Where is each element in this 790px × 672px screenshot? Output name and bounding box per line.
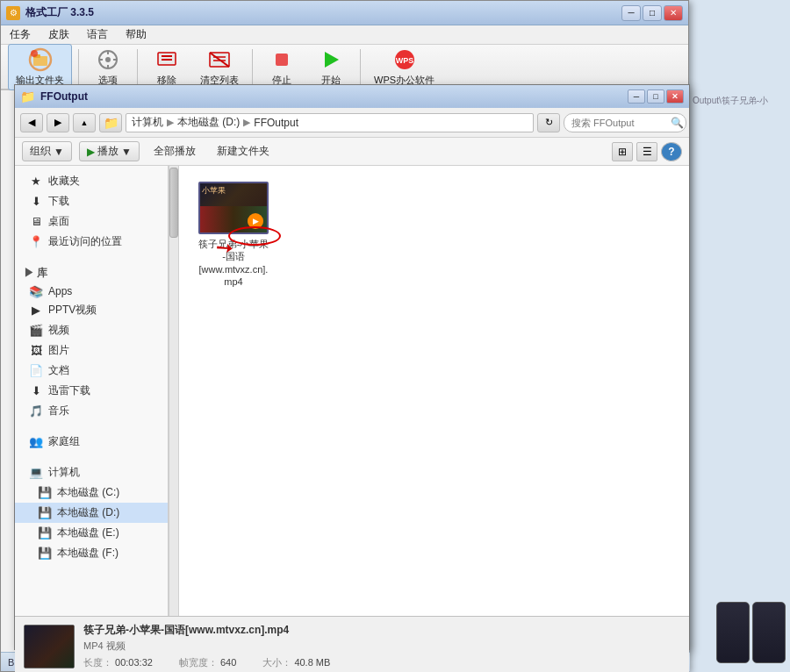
file-thumbnail: 小苹果 ▶ (198, 182, 269, 234)
sidebar-item-homegroup[interactable]: 👥 家庭组 (15, 432, 168, 452)
svg-rect-17 (276, 54, 288, 66)
sidebar-item-pptv[interactable]: ▶ PPTV视频 (15, 300, 168, 320)
sidebar-item-thunder[interactable]: ⬇ 迅雷下载 (15, 381, 168, 401)
view-toggle-button[interactable]: ☰ (636, 142, 657, 161)
sidebar-item-pictures[interactable]: 🖼 图片 (15, 340, 168, 361)
options-button[interactable]: 选项 (85, 45, 131, 89)
sidebar-item-computer[interactable]: 💻 计算机 (15, 462, 168, 483)
address-path[interactable]: 计算机 ▶ 本地磁盘 (D:) ▶ FFOutput (126, 113, 534, 132)
menu-item-task[interactable]: 任务 (4, 25, 36, 44)
sidebar-thunder-label: 迅雷下载 (48, 383, 90, 398)
sidebar-drive-d-label: 本地磁盘 (D:) (57, 505, 119, 520)
output-folder-button[interactable]: 输出文件夹 (8, 44, 72, 90)
sidebar-item-music[interactable]: 🎵 音乐 (15, 401, 168, 421)
path-folder: FFOutput (254, 117, 298, 129)
toolbar-sep-1 (78, 49, 79, 84)
maximize-button[interactable]: □ (643, 5, 662, 21)
fb-maximize-button[interactable]: □ (647, 89, 664, 104)
clear-button[interactable]: 清空列表 (193, 45, 246, 89)
sidebar-item-desktop[interactable]: 🖥 桌面 (15, 211, 168, 232)
sidebar-item-docs[interactable]: 📄 文档 (15, 361, 168, 381)
sidebar-drive-f-label: 本地磁盘 (F:) (57, 546, 118, 561)
sidebar-drive-c-label: 本地磁盘 (C:) (57, 485, 119, 500)
sidebar-downloads-label: 下载 (48, 194, 69, 209)
toolbar-sep-3 (252, 49, 253, 84)
play-label: 播放 (97, 144, 118, 159)
sidebar-item-apps[interactable]: 📚 Apps (15, 282, 168, 300)
search-input[interactable] (564, 113, 686, 132)
stop-icon (269, 47, 294, 72)
menu-item-skin[interactable]: 皮肤 (43, 25, 75, 44)
fb-file-area: 小苹果 ▶ 筷子兄弟-小苹果 -国语 [www.mtvxz.cn]. mp4 (179, 166, 689, 616)
sidebar-scrollbar[interactable] (169, 166, 178, 616)
wps-button[interactable]: WPS WPS办公软件 (367, 45, 442, 89)
sidebar-item-drive-c[interactable]: 💾 本地磁盘 (C:) (15, 483, 168, 503)
star-icon: ★ (29, 175, 43, 188)
drive-d-icon: 💾 (38, 507, 52, 519)
path-drive: 本地磁盘 (D:) (177, 115, 240, 130)
remove-button[interactable]: 移除 (144, 45, 190, 89)
app-window: ⚙ 格式工厂 3.3.5 ─ □ ✕ 任务 皮肤 语言 帮助 输出 (0, 0, 689, 672)
thunder-icon: ⬇ (29, 385, 43, 397)
sidebar-library-group: ▶ 库 (15, 262, 168, 282)
app-title: 格式工厂 3.3.5 (25, 5, 94, 20)
folder-icon-nav: 📁 (99, 113, 122, 132)
phone-thumbnail-2 (752, 602, 786, 663)
app-icon: ⚙ (6, 6, 20, 20)
address-bar: ◀ ▶ ▲ 📁 计算机 ▶ 本地磁盘 (D:) ▶ FFOutput ↻ 🔍 (15, 108, 689, 138)
sidebar-item-downloads[interactable]: ⬇ 下载 (15, 191, 168, 211)
sidebar-scrollbar-thumb[interactable] (169, 168, 178, 238)
stop-button[interactable]: 停止 (259, 45, 305, 89)
fb-sidebar: ★ 收藏夹 ⬇ 下载 🖥 桌面 📍 最近访问 (15, 166, 169, 616)
desktop-icon: 🖥 (29, 216, 43, 228)
sidebar-homegroup-label: 家庭组 (48, 434, 80, 449)
menu-item-help[interactable]: 帮助 (120, 25, 152, 44)
fb-window-title: FFOutput (40, 90, 88, 103)
status-meta: 长度： 00:03:32 帧宽度： 640 大小： 40.8 MB (83, 656, 680, 669)
music-icon: 🎵 (29, 405, 43, 418)
play-overlay-icon: ▶ (248, 213, 263, 229)
sidebar-music-label: 音乐 (48, 404, 69, 418)
organize-button[interactable]: 组织 ▼ (22, 141, 72, 161)
svg-text:WPS: WPS (395, 56, 413, 65)
sidebar-item-drive-d[interactable]: 💾 本地磁盘 (D:) (15, 503, 168, 523)
path-computer: 计算机 (132, 115, 163, 130)
fb-toolbar: 组织 ▼ ▶ 播放 ▼ 全部播放 新建文件夹 ⊞ ☰ ? (15, 138, 689, 166)
homegroup-icon: 👥 (29, 436, 43, 448)
fb-close-button[interactable]: ✕ (666, 89, 684, 104)
back-button[interactable]: ◀ (20, 113, 43, 132)
sidebar-computer-label: 计算机 (48, 465, 80, 480)
sidebar-item-recent[interactable]: 📍 最近访问的位置 (15, 232, 168, 252)
refresh-button[interactable]: ↻ (537, 113, 560, 132)
organize-chevron-icon: ▼ (54, 146, 64, 158)
toolbar-sep-2 (137, 49, 138, 84)
sidebar-item-favorites[interactable]: ★ 收藏夹 (15, 171, 168, 191)
minimize-button[interactable]: ─ (621, 5, 641, 21)
play-button[interactable]: ▶ 播放 ▼ (79, 141, 140, 161)
close-button[interactable]: ✕ (664, 5, 683, 21)
sidebar-favorites-section: ★ 收藏夹 ⬇ 下载 🖥 桌面 📍 最近访问 (15, 171, 168, 252)
file-item-mp4[interactable]: 小苹果 ▶ 筷子兄弟-小苹果 -国语 [www.mtvxz.cn]. mp4 (190, 176, 277, 293)
fb-minimize-button[interactable]: ─ (628, 89, 645, 104)
sidebar-item-video[interactable]: 🎬 视频 (15, 320, 168, 340)
view-options-button[interactable]: ⊞ (612, 142, 633, 161)
all-play-button[interactable]: 全部播放 (147, 142, 203, 161)
menu-item-lang[interactable]: 语言 (82, 25, 113, 44)
sidebar-item-drive-f[interactable]: 💾 本地磁盘 (F:) (15, 543, 168, 563)
sidebar-homegroup-section: 👥 家庭组 (15, 425, 168, 452)
up-button[interactable]: ▲ (73, 113, 96, 132)
toolbar-sep-4 (360, 49, 361, 84)
help-button[interactable]: ? (661, 142, 682, 161)
sidebar-item-drive-e[interactable]: 💾 本地磁盘 (E:) (15, 523, 168, 543)
start-button[interactable]: 开始 (308, 45, 354, 89)
drive-c-icon: 💾 (38, 487, 52, 499)
phone-thumbnail-1 (716, 602, 750, 663)
sidebar-pictures-label: 图片 (48, 343, 69, 358)
pictures-icon: 🖼 (29, 345, 43, 357)
sidebar-drive-e-label: 本地磁盘 (E:) (57, 525, 119, 540)
forward-button[interactable]: ▶ (47, 113, 69, 132)
new-folder-button[interactable]: 新建文件夹 (210, 142, 276, 161)
status-width: 帧宽度： 640 (179, 656, 236, 669)
pptv-icon: ▶ (29, 304, 43, 317)
fb-title-bar: 📁 FFOutput ─ □ ✕ (15, 85, 689, 108)
